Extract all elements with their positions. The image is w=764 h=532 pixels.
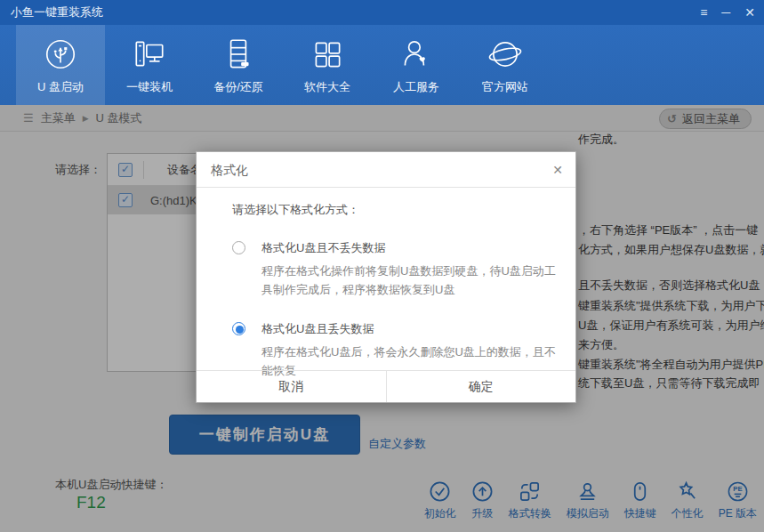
computer-icon: [131, 36, 168, 73]
nav-label: 一键装机: [126, 79, 173, 95]
nav-item-official-site[interactable]: 官方网站: [461, 25, 550, 105]
nav-label: U 盘启动: [37, 79, 84, 95]
nav-item-software[interactable]: 软件大全: [283, 25, 372, 105]
nav-label: 人工服务: [393, 79, 439, 95]
dialog-prompt: 请选择以下格式化方式：: [232, 202, 554, 218]
dialog-header: 格式化 ✕: [197, 152, 575, 188]
format-option-keep-data[interactable]: 格式化U盘且不丢失数据 程序在格式化操作前将复制U盘数据到硬盘，待U盘启动工具制…: [232, 240, 554, 299]
nav-label: 备份/还原: [213, 79, 263, 95]
menu-icon[interactable]: ≡: [700, 0, 707, 25]
ok-button[interactable]: 确定: [387, 371, 576, 402]
title-bar: 小鱼一键重装系统 ≡ ─ ✕: [0, 0, 764, 25]
dialog-title: 格式化: [211, 152, 248, 188]
close-icon[interactable]: ✕: [744, 0, 755, 25]
format-dialog: 格式化 ✕ 请选择以下格式化方式： 格式化U盘且不丢失数据 程序在格式化操作前将…: [196, 151, 576, 403]
website-globe-icon: [487, 36, 524, 73]
nav-label: 软件大全: [304, 79, 350, 95]
backup-icon: [220, 36, 257, 73]
nav-item-usb-boot[interactable]: U 盘启动: [16, 25, 105, 105]
nav-label: 官方网站: [482, 79, 528, 95]
main-nav: U 盘启动 一键装机 备份/还原: [0, 25, 764, 105]
option-label: 格式化U盘且不丢失数据: [261, 240, 559, 256]
nav-item-one-key-install[interactable]: 一键装机: [105, 25, 194, 105]
nav-item-support[interactable]: 人工服务: [372, 25, 461, 105]
usb-icon: [42, 36, 79, 73]
support-person-icon: [398, 36, 435, 73]
option-description: 程序在格式化操作前将复制U盘数据到硬盘，待U盘启动工具制作完成后，程序将数据恢复…: [261, 262, 559, 299]
dialog-close-icon[interactable]: ✕: [552, 152, 563, 188]
minimize-icon[interactable]: ─: [721, 0, 730, 25]
window-controls: ≡ ─ ✕: [700, 0, 755, 25]
apps-grid-icon: [309, 36, 346, 73]
dialog-footer: 取消 确定: [197, 370, 575, 402]
option-label: 格式化U盘且丢失数据: [261, 321, 559, 337]
cancel-button[interactable]: 取消: [197, 371, 387, 402]
window-title: 小鱼一键重装系统: [11, 0, 103, 25]
nav-item-backup-restore[interactable]: 备份/还原: [194, 25, 283, 105]
dialog-body: 请选择以下格式化方式： 格式化U盘且不丢失数据 程序在格式化操作前将复制U盘数据…: [197, 188, 575, 380]
radio-lose-data[interactable]: [232, 322, 245, 335]
radio-keep-data[interactable]: [232, 241, 245, 254]
